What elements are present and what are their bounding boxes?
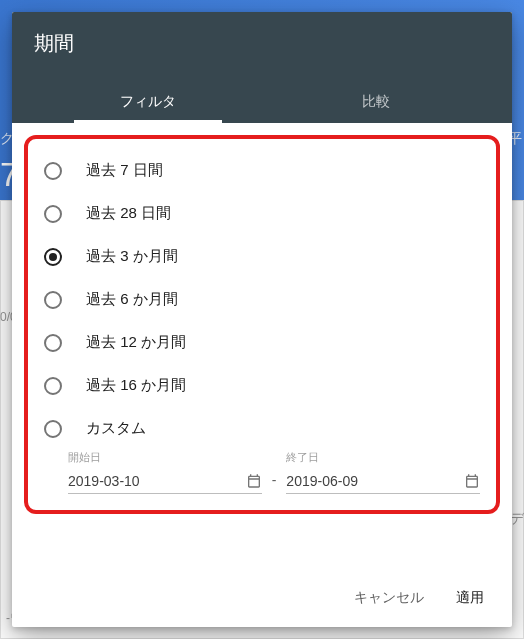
tab-filter[interactable]: フィルタ <box>34 81 262 123</box>
end-date-field: 終了日 <box>286 450 480 494</box>
cancel-button[interactable]: キャンセル <box>344 581 434 615</box>
option-label: 過去 16 か月間 <box>86 376 186 395</box>
start-date-input[interactable] <box>68 473 246 489</box>
option-6-months[interactable]: 過去 6 か月間 <box>40 278 484 321</box>
option-3-months[interactable]: 過去 3 か月間 <box>40 235 484 278</box>
option-label: 過去 12 か月間 <box>86 333 186 352</box>
date-range-options: 過去 7 日間 過去 28 日間 過去 3 か月間 過去 6 か月間 過去 12… <box>40 149 484 450</box>
option-custom[interactable]: カスタム <box>40 407 484 450</box>
end-date-label: 終了日 <box>286 450 480 465</box>
dialog-header: 期間 フィルタ 比較 <box>12 12 512 123</box>
date-separator: - <box>272 472 277 494</box>
option-16-months[interactable]: 過去 16 か月間 <box>40 364 484 407</box>
option-7-days[interactable]: 過去 7 日間 <box>40 149 484 192</box>
custom-date-row: 開始日 - 終了日 <box>40 450 484 502</box>
radio-icon <box>44 291 62 309</box>
radio-icon <box>44 162 62 180</box>
start-date-field: 開始日 <box>68 450 262 494</box>
calendar-icon[interactable] <box>246 473 262 489</box>
tab-compare[interactable]: 比較 <box>262 81 490 123</box>
dialog-body: 過去 7 日間 過去 28 日間 過去 3 か月間 過去 6 か月間 過去 12… <box>12 123 512 569</box>
radio-icon <box>44 248 62 266</box>
radio-icon <box>44 377 62 395</box>
dialog-tabs: フィルタ 比較 <box>34 81 490 123</box>
option-12-months[interactable]: 過去 12 か月間 <box>40 321 484 364</box>
radio-icon <box>44 420 62 438</box>
date-range-dialog: 期間 フィルタ 比較 過去 7 日間 過去 28 日間 過去 3 か月間 <box>12 12 512 627</box>
option-label: カスタム <box>86 419 146 438</box>
start-date-input-wrap[interactable] <box>68 469 262 494</box>
option-label: 過去 28 日間 <box>86 204 171 223</box>
option-28-days[interactable]: 過去 28 日間 <box>40 192 484 235</box>
option-label: 過去 3 か月間 <box>86 247 178 266</box>
apply-button[interactable]: 適用 <box>446 581 494 615</box>
option-label: 過去 6 か月間 <box>86 290 178 309</box>
end-date-input-wrap[interactable] <box>286 469 480 494</box>
calendar-icon[interactable] <box>464 473 480 489</box>
radio-icon <box>44 205 62 223</box>
option-label: 過去 7 日間 <box>86 161 163 180</box>
highlight-annotation: 過去 7 日間 過去 28 日間 過去 3 か月間 過去 6 か月間 過去 12… <box>24 135 500 514</box>
dialog-title: 期間 <box>34 30 490 57</box>
end-date-input[interactable] <box>286 473 464 489</box>
dialog-footer: キャンセル 適用 <box>12 569 512 627</box>
start-date-label: 開始日 <box>68 450 262 465</box>
radio-icon <box>44 334 62 352</box>
